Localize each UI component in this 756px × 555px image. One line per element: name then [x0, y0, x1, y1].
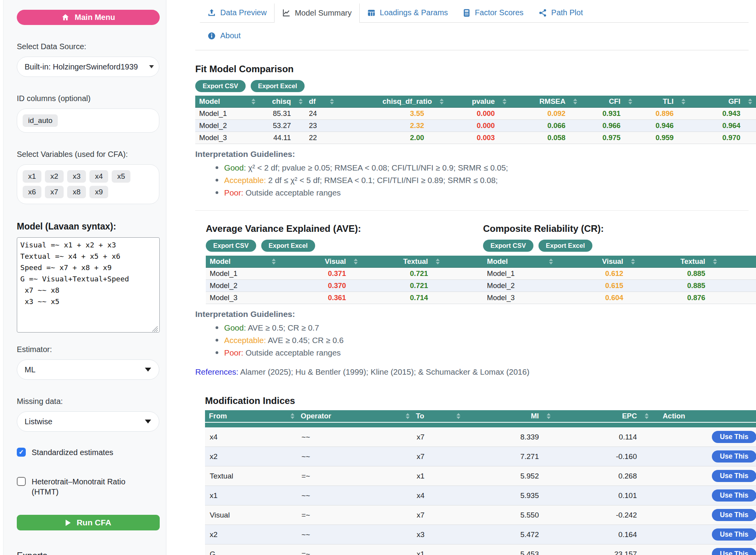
table-cell: 23: [305, 120, 336, 132]
column-header-epc[interactable]: EPC: [553, 410, 651, 422]
column-header-textual[interactable]: Textual: [360, 256, 442, 268]
tab-path-plot[interactable]: Path Plot: [531, 4, 590, 22]
table-cell: x7: [412, 427, 463, 447]
exports-heading: Exports: [17, 551, 159, 555]
column-header-visual[interactable]: Visual: [555, 256, 637, 268]
table-cell: 22: [305, 132, 336, 144]
guideline-lead: Good:: [224, 323, 248, 332]
table-cell: G: [205, 544, 297, 555]
table-cell: 0.721: [360, 280, 442, 292]
variable-chip[interactable]: x7: [45, 186, 64, 198]
resize-handle-icon[interactable]: [152, 326, 158, 332]
table-cell: 0.003: [446, 132, 509, 144]
column-header-model[interactable]: Model: [206, 256, 278, 268]
use-this-button[interactable]: Use This: [712, 489, 756, 502]
column-header-cfi[interactable]: CFI: [579, 96, 635, 108]
variable-chip[interactable]: x1: [23, 170, 41, 183]
table-row: x4~~x78.3390.114Use This: [205, 427, 756, 447]
table-row: x2~~x35.4720.164Use This: [205, 525, 756, 544]
tab-model-summary[interactable]: Model Summary: [274, 4, 360, 23]
data-source-select[interactable]: Built-in: HolzingerSwineford1939: [17, 57, 159, 77]
column-header-mi[interactable]: MI: [463, 410, 553, 422]
use-this-button[interactable]: Use This: [712, 450, 756, 462]
column-header-visual[interactable]: Visual: [278, 256, 360, 268]
guideline-item: Poor: Outside acceptable ranges: [215, 187, 749, 199]
app-window: Main Menu Select Data Source: Built-in: …: [0, 0, 756, 555]
export-excel-button[interactable]: Export Excel: [251, 80, 305, 92]
column-header-tli[interactable]: TLI: [635, 96, 688, 108]
missing-data-select[interactable]: Listwise: [17, 411, 159, 432]
sort-arrows-icon: [748, 99, 752, 105]
id-columns-input[interactable]: id_auto: [17, 109, 159, 133]
standardized-estimates-checkbox[interactable]: ✓: [17, 448, 26, 457]
table-cell: 0.975: [579, 132, 635, 144]
table-cell: 5.935: [463, 486, 553, 505]
use-this-button[interactable]: Use This: [712, 509, 756, 521]
column-header-to[interactable]: To: [412, 410, 463, 422]
references-label[interactable]: References:: [195, 367, 239, 376]
tab-loadings-params[interactable]: Loadings & Params: [360, 4, 456, 22]
table-cell: x2: [205, 525, 297, 544]
table-cell: 0.066: [509, 120, 579, 132]
table-cell: Model_3: [206, 292, 278, 304]
column-header-df[interactable]: df: [305, 96, 336, 108]
use-this-button[interactable]: Use This: [712, 528, 756, 541]
variables-input[interactable]: x1x2x3x4x5x6x7x8x9: [17, 164, 159, 204]
htmt-checkbox[interactable]: [17, 477, 26, 486]
caret-down-icon: [145, 368, 151, 372]
table-cell: x1: [205, 486, 297, 505]
column-header-action[interactable]: Action: [651, 410, 756, 422]
table-cell: 0.721: [360, 268, 442, 280]
export-excel-button[interactable]: Export Excel: [261, 240, 315, 252]
column-header-srmr[interactable]: SRMR: [754, 96, 756, 108]
column-header-textual[interactable]: Textual: [637, 256, 719, 268]
variable-chip[interactable]: x9: [89, 186, 108, 198]
variable-chip[interactable]: x3: [67, 170, 86, 183]
table-cell: 24: [305, 108, 336, 120]
variable-chip[interactable]: x8: [67, 186, 86, 198]
column-header-speed[interactable]: Speed: [719, 256, 756, 268]
use-this-button[interactable]: Use This: [712, 431, 756, 443]
run-cfa-button[interactable]: Run CFA: [17, 515, 160, 530]
use-this-button[interactable]: Use This: [712, 548, 756, 555]
variable-chip[interactable]: x4: [89, 170, 108, 183]
section-divider: [195, 210, 749, 211]
table-row: G=~x15.45323.157Use This: [205, 544, 756, 555]
main-menu-button[interactable]: Main Menu: [17, 10, 160, 25]
column-header-model[interactable]: Model: [483, 256, 555, 268]
ave-table: ModelVisualTextualSpeedModel_10.3710.721…: [206, 256, 524, 304]
variable-chip[interactable]: x5: [112, 170, 130, 183]
table-cell: 0.000: [446, 120, 509, 132]
export-csv-button[interactable]: Export CSV: [483, 240, 533, 252]
table-cell: Model_2: [206, 280, 278, 292]
export-excel-button[interactable]: Export Excel: [538, 240, 592, 252]
ave-export-row: Export CSV Export Excel: [206, 240, 463, 252]
sort-arrows-icon: [645, 413, 649, 419]
export-csv-button[interactable]: Export CSV: [206, 240, 256, 252]
table-cell: x2: [205, 447, 297, 466]
tab-about[interactable]: About: [200, 27, 248, 45]
use-this-button[interactable]: Use This: [712, 470, 756, 482]
column-header-pvalue[interactable]: pvalue: [446, 96, 509, 108]
column-header-chisq-df-ratio[interactable]: chisq_df_ratio: [336, 96, 446, 108]
model-syntax-textarea[interactable]: Visual =~ x1 + x2 + x3 Textual =~ x4 + x…: [17, 237, 160, 333]
column-header-from[interactable]: From: [205, 410, 297, 422]
estimator-select[interactable]: ML: [17, 359, 159, 380]
column-header-gfi[interactable]: GFI: [688, 96, 754, 108]
column-header-operator[interactable]: Operator: [297, 410, 412, 422]
column-header-rmsea[interactable]: RMSEA: [509, 96, 579, 108]
export-csv-button[interactable]: Export CSV: [195, 80, 246, 92]
table-cell: 0.931: [579, 108, 635, 120]
htmt-option: Heterotrait–Monotrait Ratio (HTMT): [17, 477, 159, 497]
table-cell: 0.000: [446, 108, 509, 120]
column-header-chisq[interactable]: chisq: [258, 96, 305, 108]
guidelines-title: Interpretation Guidelines:: [195, 149, 749, 159]
column-header-model[interactable]: Model: [195, 96, 258, 108]
tab-factor-scores[interactable]: Factor Scores: [455, 4, 531, 22]
calculator-icon: [463, 9, 471, 17]
left-gutter: [0, 0, 3, 555]
tab-data-preview[interactable]: Data Preview: [200, 4, 274, 22]
id-chip[interactable]: id_auto: [23, 114, 58, 127]
variable-chip[interactable]: x2: [45, 170, 64, 183]
variable-chip[interactable]: x6: [23, 186, 41, 198]
